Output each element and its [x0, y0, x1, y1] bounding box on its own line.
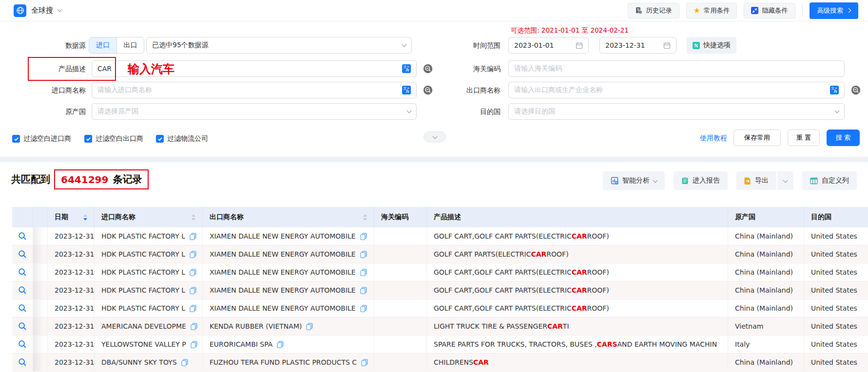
filter-blank-exporter-checkbox[interactable]: 过滤空白出口商 [84, 134, 143, 143]
fixed-column-shadow [33, 299, 48, 317]
header-exporter[interactable]: 出口商名称 [203, 207, 374, 227]
exporter-input[interactable]: 请输入出口商或生产企业名称 文A [508, 82, 845, 98]
export-tab[interactable]: 出口 [116, 37, 144, 53]
cell-exporter: XIAMEN DALLE NEW ENERGY AUTOMOBILE [210, 268, 356, 276]
view-detail-search-icon[interactable] [18, 232, 27, 241]
checkbox-checked-icon [84, 135, 92, 143]
export-button[interactable]: 导出 [736, 171, 776, 190]
cell-dest-country: United States [804, 227, 868, 245]
hs-code-label: 海关编码 [444, 60, 501, 77]
copy-icon[interactable] [360, 251, 367, 258]
reset-button[interactable]: 重 置 [788, 130, 820, 146]
table-row[interactable]: 2023-12-31 HDK PLASTIC FACTORY L XIAMEN … [12, 245, 868, 263]
quick-options-button[interactable]: 快捷选项 [687, 37, 736, 54]
cell-origin-country: China (Mainland) [728, 281, 804, 299]
translate-icon[interactable]: 文A [402, 64, 411, 73]
table-row[interactable]: 2023-12-31 YELLOWSTONE VALLEY P EURORICA… [12, 335, 868, 353]
table-row[interactable]: 2023-12-31 AMERICANA DEVELOPME KENDA RUB… [12, 317, 868, 335]
view-detail-search-icon[interactable] [18, 358, 27, 367]
sort-icon[interactable] [363, 214, 367, 221]
custom-columns-button[interactable]: 自定义列 [802, 171, 857, 190]
header-date[interactable]: 日期 [48, 207, 95, 227]
copy-icon[interactable] [190, 269, 196, 276]
cell-dest-country: United States [804, 263, 868, 281]
cell-importer: HDK PLASTIC FACTORY L [101, 232, 185, 240]
chevron-down-icon [407, 108, 412, 113]
cell-dest-country: United States [804, 335, 868, 353]
copy-icon[interactable] [181, 359, 188, 366]
import-tab[interactable]: 进口 [89, 37, 116, 53]
copy-icon[interactable] [190, 305, 196, 312]
sort-icon[interactable] [192, 214, 195, 221]
cell-date: 2023-12-31 [48, 227, 95, 245]
save-conditions-button[interactable]: 保存常用 [733, 130, 781, 146]
copy-icon[interactable] [360, 269, 367, 276]
hs-code-input[interactable]: 请输入海关编码 [508, 60, 845, 77]
cell-origin-country: China (Mainland) [728, 353, 804, 371]
keyword-highlight: CAR [572, 304, 587, 312]
start-date-input[interactable]: 2023-01-01 [508, 37, 589, 54]
copy-icon[interactable] [361, 359, 368, 366]
header-product-desc: 产品描述 [427, 207, 728, 227]
translate-icon[interactable]: 文A [402, 86, 411, 94]
collapse-form-button[interactable] [424, 131, 446, 142]
sort-icon[interactable] [83, 214, 87, 221]
cell-date: 2023-12-31 [48, 353, 95, 371]
table-row[interactable]: 2023-12-31 HDK PLASTIC FACTORY L XIAMEN … [12, 299, 868, 317]
app-switch-chevron-icon[interactable] [58, 7, 62, 12]
view-detail-search-icon[interactable] [18, 340, 27, 349]
copy-icon[interactable] [360, 305, 367, 312]
history-icon [635, 7, 642, 14]
history-button[interactable]: 历史记录 [628, 3, 679, 19]
copy-icon[interactable] [360, 287, 367, 294]
dest-country-label: 目的国 [444, 103, 501, 120]
copy-icon[interactable] [190, 287, 196, 294]
exclude-filter-icon[interactable] [423, 85, 433, 95]
data-source-select[interactable]: 已选中95个数据源 [146, 37, 412, 54]
smart-analysis-button[interactable]: BI 智能分析 [603, 171, 665, 190]
copy-icon[interactable] [190, 251, 196, 258]
dest-country-select[interactable]: 请选择目的国 [508, 103, 845, 120]
exclude-filter-icon[interactable] [423, 64, 433, 74]
view-detail-search-icon[interactable] [18, 322, 27, 331]
copy-icon[interactable] [360, 233, 367, 240]
view-detail-search-icon[interactable] [18, 286, 27, 295]
cell-exporter: XIAMEN DALLE NEW ENERGY AUTOMOBILE [210, 232, 356, 240]
filter-logistics-checkbox[interactable]: 过滤物流公司 [156, 134, 208, 143]
header-gutter-column [33, 207, 48, 227]
tutorial-link[interactable]: 使用教程 [700, 134, 727, 143]
hide-conditions-button[interactable]: 隐藏条件 [744, 3, 795, 19]
header-detail-column [12, 207, 33, 227]
quick-options-icon [693, 42, 700, 49]
origin-country-select[interactable]: 请选择原产国 [92, 103, 417, 120]
enter-report-button[interactable]: 进入报告 [674, 171, 728, 190]
table-row[interactable]: 2023-12-31 HDK PLASTIC FACTORY L XIAMEN … [12, 281, 868, 299]
translate-icon[interactable]: 文A [830, 86, 839, 94]
copy-icon[interactable] [191, 323, 197, 330]
product-desc-input[interactable]: CAR 文A [92, 60, 417, 77]
copy-icon[interactable] [190, 233, 196, 240]
table-row[interactable]: 2023-12-31 HDK PLASTIC FACTORY L XIAMEN … [12, 227, 868, 245]
exclude-filter-icon[interactable] [851, 85, 861, 95]
header-origin-country: 原产国 [728, 207, 804, 227]
favorite-conditions-button[interactable]: ★ 常用条件 [686, 3, 737, 19]
copy-icon[interactable] [277, 341, 284, 348]
cell-product-desc: GOLF CART,GOLF CART PARTS(ELECTRIC CAR R… [427, 227, 728, 245]
copy-icon[interactable] [191, 341, 197, 348]
view-detail-search-icon[interactable] [18, 250, 27, 259]
filter-blank-importer-checkbox[interactable]: 过滤空白进口商 [12, 134, 71, 143]
chevron-down-icon [402, 42, 407, 47]
importer-input[interactable]: 请输入进口商名称 文A [92, 82, 417, 98]
view-detail-search-icon[interactable] [18, 304, 27, 313]
header-importer[interactable]: 进口商名称 [95, 207, 203, 227]
search-button[interactable]: 搜 索 [827, 130, 860, 146]
export-dropdown-button[interactable] [777, 171, 793, 190]
table-row[interactable]: 2023-12-31 DBA/SUNNY SKY TOYS FUZHOU TER… [12, 353, 868, 372]
end-date-input[interactable]: 2023-12-31 [599, 37, 676, 54]
copy-icon[interactable] [306, 323, 313, 330]
keyword-highlight: CAR [572, 268, 587, 276]
table-row[interactable]: 2023-12-31 HDK PLASTIC FACTORY L XIAMEN … [12, 263, 868, 281]
view-detail-search-icon[interactable] [18, 268, 27, 277]
advanced-search-button[interactable]: 高级搜索 [810, 2, 858, 19]
star-icon: ★ [694, 7, 700, 15]
